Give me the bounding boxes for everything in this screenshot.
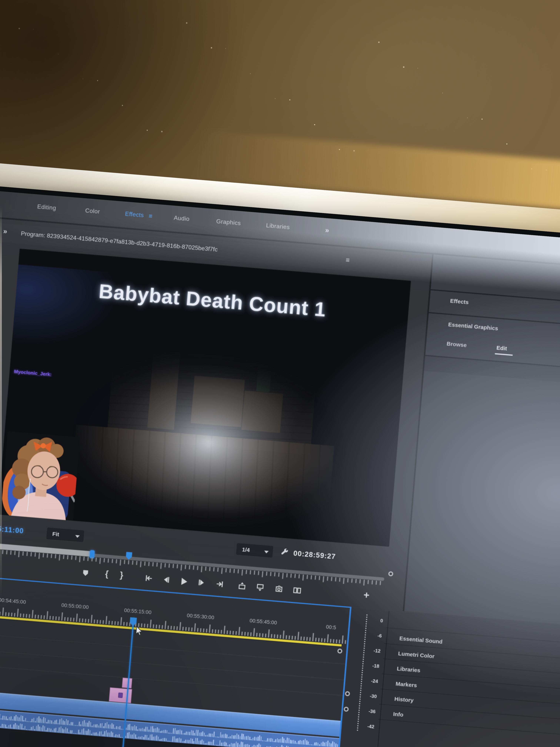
mtick xyxy=(6,550,7,554)
workspace-tab-graphics[interactable]: Graphics xyxy=(216,218,241,227)
step-forward-button[interactable] xyxy=(197,578,207,588)
panel-tab-info[interactable]: Info xyxy=(393,711,404,718)
graphic-clip[interactable] xyxy=(109,687,132,703)
wbar xyxy=(66,728,68,733)
mdot xyxy=(364,639,365,640)
panel-tab-libraries[interactable]: Libraries xyxy=(397,665,421,673)
effects-panel-tab[interactable]: Effects xyxy=(450,298,469,305)
extract-button[interactable] xyxy=(256,583,265,592)
program-panel-menu-icon[interactable]: ≡ xyxy=(345,256,350,264)
wbar xyxy=(220,732,221,738)
tab-browse[interactable]: Browse xyxy=(447,340,467,348)
program-monitor[interactable]: Babybat Death Count 1 Myoclonic_Jerk: xyxy=(0,249,411,547)
rtick xyxy=(185,627,187,630)
mtick xyxy=(148,562,150,566)
wbar xyxy=(142,728,143,731)
rtick xyxy=(197,628,198,632)
workspace-overflow-icon[interactable]: » xyxy=(325,226,329,235)
rtick xyxy=(224,626,225,634)
go-to-out-button[interactable] xyxy=(215,579,225,589)
rtick xyxy=(170,626,172,629)
panel-collapse-icon[interactable]: » xyxy=(3,227,7,236)
mdot xyxy=(363,663,364,664)
timeline-scroll-handle[interactable] xyxy=(344,706,349,712)
workspace-menu-icon[interactable]: ≡ xyxy=(148,212,153,220)
mdot xyxy=(359,705,360,706)
wbar xyxy=(98,725,99,728)
wbar xyxy=(64,721,65,725)
speck xyxy=(250,73,251,74)
mark-in-button[interactable]: { xyxy=(105,569,109,579)
workspace-tab-libraries[interactable]: Libraries xyxy=(266,222,290,231)
wbar xyxy=(140,728,141,731)
wbar xyxy=(223,734,224,738)
wbar xyxy=(91,733,92,735)
wbar xyxy=(203,741,204,745)
wbar xyxy=(78,729,79,734)
speck xyxy=(403,67,404,68)
wbar xyxy=(111,723,113,729)
workspace-tab-effects[interactable]: Effects xyxy=(125,210,144,218)
mdot xyxy=(365,628,366,629)
graphic-clip[interactable] xyxy=(122,677,132,688)
wbar xyxy=(133,733,135,739)
wbar xyxy=(251,739,252,740)
wbar xyxy=(26,729,27,730)
step-back-button[interactable] xyxy=(161,575,171,585)
wbar xyxy=(114,727,115,729)
mdot xyxy=(363,656,364,658)
wbar xyxy=(212,733,213,737)
wbar xyxy=(48,720,49,724)
mtick xyxy=(290,574,292,578)
settings-wrench-icon[interactable] xyxy=(280,547,289,557)
rtick xyxy=(58,617,60,620)
timeline-scrollbar-handle[interactable] xyxy=(337,648,342,654)
rtick xyxy=(147,624,148,627)
zoom-level-dropdown[interactable]: Fit xyxy=(46,527,84,542)
wbar xyxy=(53,722,54,724)
go-to-in-button[interactable] xyxy=(144,573,154,583)
wbar xyxy=(49,728,50,732)
lift-button[interactable] xyxy=(237,581,247,591)
wbar xyxy=(167,741,168,742)
play-button[interactable] xyxy=(179,576,188,586)
workspace-tab-audio[interactable]: Audio xyxy=(174,214,190,223)
mdot xyxy=(360,692,361,693)
scrollbar-end-handle[interactable] xyxy=(388,571,393,576)
timeline-scroll-handle[interactable] xyxy=(345,691,350,696)
wbar xyxy=(19,717,20,721)
wbar xyxy=(22,716,23,722)
mtick xyxy=(343,578,345,584)
add-marker-button[interactable] xyxy=(81,568,90,578)
wbar xyxy=(15,715,17,721)
workspace-tab-color[interactable]: Color xyxy=(85,207,100,215)
wbar xyxy=(25,718,26,722)
tab-edit[interactable]: Edit xyxy=(496,344,507,352)
essential-graphics-panel-tab[interactable]: Essential Graphics xyxy=(448,321,498,331)
current-timecode[interactable]: 00:55:11:00 xyxy=(0,524,24,535)
comparison-view-button[interactable] xyxy=(292,586,302,595)
mark-out-button[interactable]: } xyxy=(119,570,124,580)
mtick xyxy=(132,561,134,565)
mdot xyxy=(358,710,359,711)
wbar xyxy=(195,738,196,744)
wbar xyxy=(31,727,32,730)
panel-tab-lumetri-color[interactable]: Lumetri Color xyxy=(398,650,435,660)
button-editor-button[interactable]: + xyxy=(363,589,370,601)
export-frame-button[interactable] xyxy=(274,584,284,594)
wbar xyxy=(259,735,260,741)
mtick xyxy=(55,554,56,558)
wbar xyxy=(291,740,293,744)
playback-resolution-dropdown[interactable]: 1/4 xyxy=(236,543,273,558)
mtick xyxy=(347,578,349,582)
wbar xyxy=(193,741,194,744)
panel-tab-essential-sound[interactable]: Essential Sound xyxy=(399,635,443,645)
wbar xyxy=(199,740,201,744)
workspace-tab-editing[interactable]: Editing xyxy=(37,203,56,211)
wbar xyxy=(125,736,126,738)
rtick xyxy=(91,615,92,623)
panel-tab-history[interactable]: History xyxy=(394,695,414,703)
panel-tab-markers[interactable]: Markers xyxy=(395,680,417,688)
wbar xyxy=(129,724,130,730)
rtick xyxy=(235,631,237,635)
